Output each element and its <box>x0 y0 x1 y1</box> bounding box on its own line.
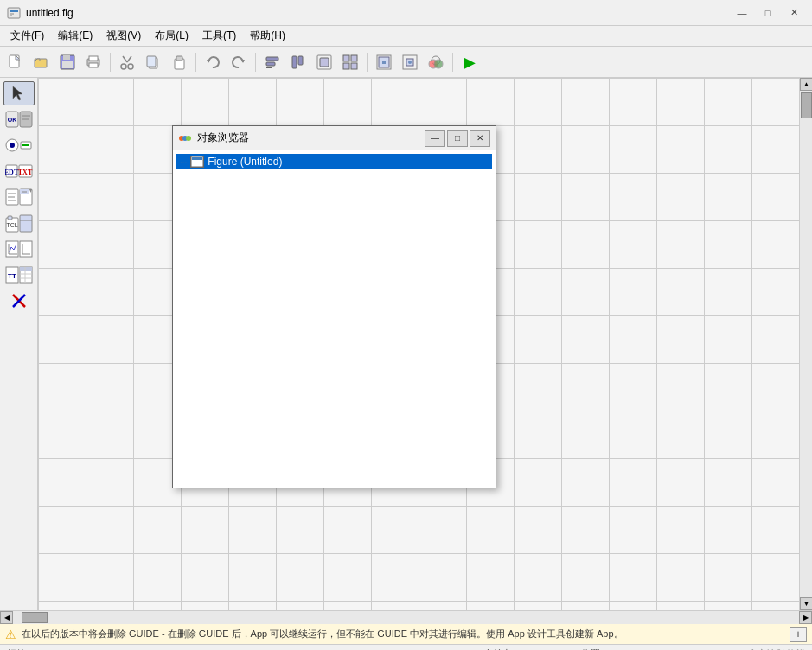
dialog-minimize-button[interactable]: — <box>425 130 445 147</box>
dialog-maximize-button[interactable]: □ <box>447 130 468 147</box>
svg-text:TXT: TXT <box>17 169 32 176</box>
align1-button[interactable] <box>260 50 285 74</box>
pushbutton-tool[interactable]: OK <box>3 107 35 131</box>
align4-button[interactable] <box>338 50 362 74</box>
select-tool[interactable] <box>3 81 35 105</box>
bottom-scrollbar-area: ◀ ▶ <box>0 610 812 623</box>
warning-bar: ⚠ 在以后的版本中将会删除 GUIDE - 在删除 GUIDE 后，App 可以… <box>0 623 812 644</box>
table-tool[interactable]: TT <box>3 263 35 287</box>
new-button[interactable] <box>3 50 28 74</box>
tool-pair-3: EDT TXT <box>3 159 35 183</box>
svg-marker-21 <box>207 60 210 63</box>
maximize-button[interactable]: □ <box>757 4 779 22</box>
right-scrollbar: ▲ ▼ <box>799 78 812 610</box>
color-button[interactable] <box>424 50 448 74</box>
toolbar-sep-4 <box>367 53 368 72</box>
canvas-area[interactable]: 对象浏览器 — □ ✕ ··· <box>38 78 799 610</box>
edittext-tool[interactable]: EDT TXT <box>3 159 35 183</box>
menu-file[interactable]: 文件(F) <box>3 27 51 45</box>
svg-point-42 <box>434 60 443 68</box>
menu-help[interactable]: 帮助(H) <box>243 27 292 45</box>
svg-text:EDT: EDT <box>5 169 19 176</box>
svg-rect-9 <box>62 61 73 68</box>
status-bar: 标签: figure1 当前点：[414, 408] 位置：[750, 708,… <box>0 644 812 650</box>
toolbar-sep-3 <box>255 53 256 72</box>
undo-button[interactable] <box>201 50 225 74</box>
left-toolbar: OK EDT <box>0 78 38 610</box>
menu-bar: 文件(F) 编辑(E) 视图(V) 布局(L) 工具(T) 帮助(H) <box>0 26 812 47</box>
dialog-title-text: 对象浏览器 <box>197 131 419 145</box>
tab-tool[interactable]: TCL <box>3 211 35 235</box>
align3-button[interactable] <box>312 50 336 74</box>
warning-expand-button[interactable]: + <box>790 627 807 642</box>
radiobutton-tool[interactable] <box>3 133 35 157</box>
svg-rect-79 <box>20 267 32 271</box>
resize2-button[interactable] <box>398 50 422 74</box>
title-bar: untitled.fig — □ ✕ <box>0 0 812 26</box>
scroll-thumb-vertical[interactable] <box>801 92 812 118</box>
svg-rect-8 <box>63 55 70 60</box>
tree-item-icon <box>190 156 204 168</box>
svg-rect-66 <box>8 216 12 220</box>
svg-text:TCL: TCL <box>6 222 17 228</box>
dialog-content: ··· Figure (Untitled) <box>173 150 496 488</box>
scroll-down-button[interactable]: ▼ <box>800 597 812 610</box>
copy-button[interactable] <box>141 50 165 74</box>
svg-rect-31 <box>351 55 357 61</box>
svg-line-16 <box>127 56 131 62</box>
object-browser-dialog[interactable]: 对象浏览器 — □ ✕ ··· <box>172 125 496 488</box>
open-button[interactable] <box>29 50 54 74</box>
svg-text:TT: TT <box>8 272 16 280</box>
svg-rect-12 <box>89 63 98 67</box>
resize1-button[interactable] <box>372 50 396 74</box>
tool-pair-7: TT <box>3 263 35 287</box>
scroll-right-button[interactable]: ▶ <box>799 611 812 624</box>
svg-rect-29 <box>320 58 329 67</box>
svg-rect-23 <box>266 57 278 61</box>
close-button[interactable]: ✕ <box>783 4 805 22</box>
svg-point-14 <box>128 64 133 69</box>
warning-icon: ⚠ <box>5 628 16 641</box>
run-button[interactable]: ▶ <box>457 50 482 74</box>
tool-pair-4 <box>3 185 35 209</box>
cut-button[interactable] <box>115 50 139 74</box>
save-button[interactable] <box>55 50 80 74</box>
toolbar-sep-2 <box>195 53 196 72</box>
menu-view[interactable]: 视图(V) <box>99 27 148 45</box>
paste-button[interactable] <box>167 50 191 74</box>
scroll-up-button[interactable]: ▲ <box>800 78 812 91</box>
delete-tool[interactable] <box>3 289 35 313</box>
minimize-button[interactable]: — <box>731 4 753 22</box>
tool-pair-5: TCL <box>3 211 35 235</box>
svg-point-13 <box>121 64 126 69</box>
menu-edit[interactable]: 编辑(E) <box>51 27 99 45</box>
toolbar: ▶ <box>0 47 812 78</box>
dialog-title-bar: 对象浏览器 — □ ✕ <box>173 126 496 150</box>
menu-tools[interactable]: 工具(T) <box>195 27 243 45</box>
scroll-left-button[interactable]: ◀ <box>0 611 13 624</box>
title-text: untitled.fig <box>26 7 731 19</box>
svg-rect-24 <box>266 62 275 66</box>
print-button[interactable] <box>81 50 105 74</box>
tree-dots: ··· <box>180 157 187 167</box>
svg-rect-27 <box>298 56 303 65</box>
svg-rect-26 <box>292 56 297 68</box>
menu-layout[interactable]: 布局(L) <box>148 27 195 45</box>
axes-tool[interactable] <box>3 237 35 261</box>
redo-button[interactable] <box>227 50 251 74</box>
tree-item-label: Figure (Untitled) <box>208 156 282 168</box>
app-icon <box>7 6 21 20</box>
tree-item-figure[interactable]: ··· Figure (Untitled) <box>176 154 492 169</box>
listbox-tool[interactable] <box>3 185 35 209</box>
scroll-track-vertical <box>800 91 812 597</box>
svg-rect-0 <box>8 8 20 18</box>
svg-point-50 <box>10 143 15 148</box>
dialog-close-button[interactable]: ✕ <box>470 130 490 147</box>
svg-rect-20 <box>176 56 182 61</box>
svg-line-15 <box>123 56 127 62</box>
scroll-thumb-horizontal[interactable] <box>22 612 48 623</box>
tool-pair-2 <box>3 133 35 157</box>
svg-marker-43 <box>13 86 22 100</box>
svg-text:OK: OK <box>7 117 16 123</box>
align2-button[interactable] <box>286 50 310 74</box>
